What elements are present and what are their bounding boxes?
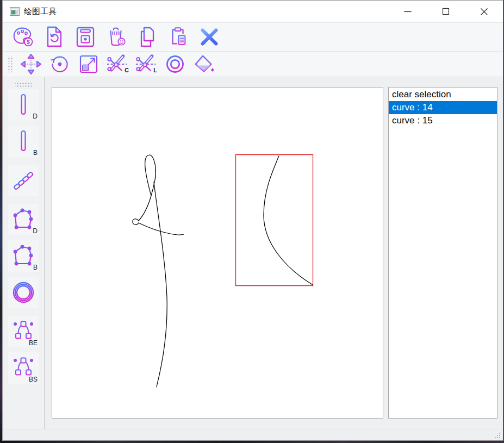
list-item-clear-selection[interactable]: clear selection bbox=[389, 88, 497, 101]
content-area: D B bbox=[3, 77, 503, 429]
tool-bezier[interactable]: BE bbox=[8, 316, 39, 347]
rotate-button[interactable] bbox=[47, 52, 72, 76]
main-toolbar: $ bbox=[3, 22, 503, 52]
scale-button[interactable] bbox=[76, 52, 101, 76]
minimize-button[interactable] bbox=[395, 1, 420, 22]
tool-polygon-bresenham[interactable]: B bbox=[8, 240, 39, 272]
trash-icon bbox=[105, 26, 127, 48]
scissors-l-icon: L bbox=[134, 53, 158, 76]
clip-cohen-button[interactable]: C bbox=[105, 52, 130, 76]
curve-14-tail[interactable] bbox=[154, 182, 167, 387]
copy-icon bbox=[136, 26, 158, 48]
dollar-badge: $ bbox=[27, 39, 30, 45]
desktop-background-bottom bbox=[0, 441, 504, 443]
sidebar-drag-handle[interactable] bbox=[15, 82, 32, 87]
polygon-dda-icon bbox=[11, 208, 35, 232]
paint-bucket-icon bbox=[192, 53, 216, 76]
selection-rectangle[interactable] bbox=[236, 155, 313, 286]
tool-line-dda[interactable]: D bbox=[8, 89, 39, 121]
concentric-circles-icon bbox=[164, 53, 186, 75]
scissors-c-icon: C bbox=[105, 53, 129, 76]
move-icon bbox=[20, 53, 42, 76]
document-refresh-icon bbox=[43, 26, 65, 48]
clip-liang-button[interactable]: L bbox=[134, 52, 159, 76]
list-item-curve-15[interactable]: curve : 15 bbox=[389, 114, 497, 127]
curve-14-bottom-stroke[interactable] bbox=[139, 223, 184, 235]
resize-grip[interactable] bbox=[494, 432, 501, 439]
transform-toolbar: C L bbox=[3, 52, 503, 77]
circle-tool-button[interactable] bbox=[163, 52, 188, 76]
clip-l-label: L bbox=[153, 67, 157, 73]
maximize-button[interactable] bbox=[433, 1, 458, 22]
title-bar: 绘图工具 bbox=[3, 1, 503, 22]
app-window: 绘图工具 $ bbox=[2, 0, 503, 441]
tool-polygon-dda[interactable]: D bbox=[8, 204, 39, 235]
clip-c-label: C bbox=[125, 67, 129, 73]
tool-circle[interactable] bbox=[8, 277, 39, 308]
copy-button[interactable] bbox=[136, 25, 158, 49]
tool-label: BS bbox=[29, 376, 38, 383]
x-icon bbox=[198, 26, 220, 48]
save-button[interactable] bbox=[74, 25, 96, 49]
toolbar-drag-handle[interactable] bbox=[7, 56, 13, 72]
window-title: 绘图工具 bbox=[24, 7, 395, 17]
status-bar bbox=[3, 429, 503, 440]
dashed-line-icon bbox=[11, 169, 35, 192]
scale-icon bbox=[78, 53, 99, 75]
list-item-curve-14[interactable]: curve : 14 bbox=[389, 101, 497, 114]
minimize-icon bbox=[404, 8, 412, 15]
drawing-canvas[interactable] bbox=[52, 87, 383, 419]
paste-icon bbox=[167, 26, 189, 48]
palette-icon: $ bbox=[13, 26, 34, 48]
paste-button[interactable] bbox=[167, 25, 189, 49]
workspace: clear selection curve : 14 curve : 15 bbox=[45, 77, 503, 429]
curve-15[interactable] bbox=[264, 156, 313, 285]
tool-label: D bbox=[33, 113, 38, 120]
reset-document-button[interactable] bbox=[43, 25, 65, 49]
shape-tool-sidebar: D B bbox=[3, 77, 45, 429]
canvas-drawing bbox=[52, 88, 383, 418]
line-bresenham-icon bbox=[11, 129, 35, 153]
tool-label: D bbox=[33, 227, 38, 235]
curve-list-panel: clear selection curve : 14 curve : 15 bbox=[388, 87, 497, 419]
tool-label: B bbox=[33, 149, 38, 157]
move-button[interactable] bbox=[18, 52, 43, 76]
close-icon bbox=[480, 8, 488, 16]
delete-button[interactable] bbox=[105, 25, 127, 49]
tool-bspline[interactable]: BS bbox=[8, 352, 39, 384]
cancel-button[interactable] bbox=[198, 25, 220, 49]
line-dda-icon bbox=[11, 93, 35, 117]
rotate-icon bbox=[49, 53, 71, 75]
curve-14-small-loop[interactable] bbox=[133, 219, 139, 225]
fill-button[interactable] bbox=[191, 52, 216, 76]
color-palette-button[interactable]: $ bbox=[13, 25, 34, 49]
app-icon bbox=[10, 7, 20, 16]
tool-dashed-line[interactable] bbox=[8, 165, 39, 196]
maximize-icon bbox=[442, 8, 450, 15]
close-button[interactable] bbox=[471, 1, 496, 22]
tool-line-bresenham[interactable]: B bbox=[8, 126, 39, 157]
circle-shape-icon bbox=[11, 280, 36, 305]
tool-label: BE bbox=[29, 339, 38, 347]
save-icon bbox=[74, 26, 96, 48]
polygon-bresenham-icon bbox=[11, 244, 35, 268]
curve-14-loop[interactable] bbox=[139, 155, 155, 221]
tool-label: B bbox=[33, 264, 38, 271]
